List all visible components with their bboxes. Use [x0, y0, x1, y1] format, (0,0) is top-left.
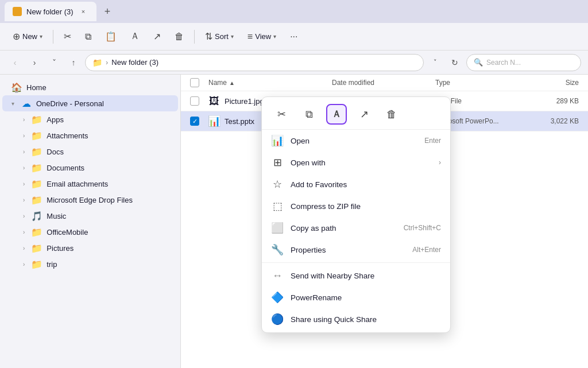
pictures-folder-icon: 📁: [32, 243, 42, 253]
back-button[interactable]: ‹: [7, 55, 23, 71]
sidebar-item-docs[interactable]: › 📁 Docs: [2, 144, 178, 160]
copy-icon: ⧉: [85, 32, 91, 42]
file-name: Test.pptx: [225, 117, 254, 126]
address-box[interactable]: 📁 › New folder (3): [85, 54, 424, 71]
search-box[interactable]: 🔍 Search N...: [466, 54, 581, 71]
ctx-nearby-share-label: Send with Nearby Share: [291, 272, 441, 280]
copy-button[interactable]: ⧉: [79, 28, 97, 45]
up-button[interactable]: ↑: [65, 55, 82, 71]
search-placeholder: Search N...: [486, 59, 521, 67]
file-checkbox[interactable]: [190, 96, 199, 106]
sidebar-item-officemobile[interactable]: › 📁 OfficeMobile: [2, 224, 178, 240]
view-label: View: [255, 32, 271, 41]
home-icon: 🏠: [11, 82, 22, 92]
ctx-compress-item[interactable]: ⬚ Compress to ZIP file: [262, 195, 450, 217]
more-button[interactable]: ···: [284, 28, 303, 45]
new-chevron-icon: ▾: [40, 33, 42, 40]
ctx-open-item[interactable]: 📊 Open Enter: [262, 130, 450, 152]
share-button[interactable]: ↗: [148, 28, 167, 45]
main-area: 🏠 Home ▾ ☁ OneDrive - Personal › 📁 Apps …: [0, 75, 588, 368]
ctx-copy-path-item[interactable]: ⬜ Copy as path Ctrl+Shift+C: [262, 217, 450, 239]
file-checkbox-col: [190, 96, 208, 106]
sidebar-item-edge-drop[interactable]: › 📁 Microsoft Edge Drop Files: [2, 192, 178, 208]
sidebar-item-pictures[interactable]: › 📁 Pictures: [2, 240, 178, 256]
trip-folder-icon: 📁: [32, 259, 42, 269]
ctx-open-shortcut: Enter: [424, 137, 441, 145]
email-attachments-chevron-icon: ›: [23, 181, 25, 187]
toolbar: ⊕ New ▾ ✂ ⧉ 📋 Ａ ↗ 🗑 ⇅ Sort ▾ ≡ View ▾ ··…: [0, 23, 588, 51]
ctx-power-rename-icon: 🔷: [271, 291, 284, 304]
sidebar-item-onedrive[interactable]: ▾ ☁ OneDrive - Personal: [2, 95, 178, 111]
officemobile-chevron-icon: ›: [23, 229, 25, 235]
sidebar-home-label: Home: [26, 83, 47, 92]
ctx-copy-path-label: Copy as path: [291, 224, 397, 233]
ctx-rename-button[interactable]: Ａ: [326, 104, 347, 125]
ctx-quick-share-item[interactable]: 🔵 Share using Quick Share: [262, 308, 450, 330]
apps-chevron-icon: ›: [23, 117, 25, 123]
rename-button[interactable]: Ａ: [125, 27, 145, 46]
file-list-header: Name ▲ Date modified Type Size: [181, 75, 588, 91]
sidebar-item-music[interactable]: › 🎵 Music: [2, 208, 178, 224]
edge-drop-chevron-icon: ›: [23, 197, 25, 203]
paste-button[interactable]: 📋: [99, 28, 122, 45]
docs-folder-icon: 📁: [32, 146, 42, 157]
sidebar-item-attachments[interactable]: › 📁 Attachments: [2, 127, 178, 144]
sidebar-docs-label: Docs: [47, 148, 64, 156]
ctx-open-with-arrow-icon: ›: [439, 158, 441, 166]
cut-button[interactable]: ✂: [58, 28, 77, 45]
tab-close-button[interactable]: ×: [78, 6, 88, 17]
music-chevron-icon: ›: [23, 213, 25, 219]
header-date-col[interactable]: Date modified: [332, 79, 435, 87]
ctx-copy-path-icon: ⬜: [271, 222, 284, 234]
new-tab-button[interactable]: +: [99, 3, 116, 20]
file-size-col: 3,022 KB: [527, 117, 579, 125]
sort-button[interactable]: ⇅ Sort ▾: [199, 28, 239, 45]
ctx-quick-share-label: Share using Quick Share: [291, 315, 441, 324]
ctx-open-with-item[interactable]: ⊞ Open with ›: [262, 152, 450, 173]
dropdown-recent-button[interactable]: ˅: [46, 55, 62, 71]
sidebar-item-apps[interactable]: › 📁 Apps: [2, 111, 178, 127]
header-name-col[interactable]: Name ▲: [208, 79, 332, 87]
refresh-button[interactable]: ↻: [447, 55, 463, 71]
file-checkbox[interactable]: [190, 117, 199, 126]
ctx-power-rename-label: PowerRename: [291, 293, 441, 302]
address-dropdown-button[interactable]: ˅: [427, 55, 443, 71]
active-tab[interactable]: New folder (3) ×: [5, 2, 96, 21]
ctx-nearby-share-item[interactable]: ↔ Send with Nearby Share: [262, 265, 450, 286]
ctx-share-button[interactable]: ↗: [354, 104, 374, 125]
sort-chevron-icon: ▾: [231, 33, 234, 40]
ctx-copy-button[interactable]: ⧉: [299, 104, 319, 125]
col-size-label: Size: [566, 79, 579, 87]
ctx-cut-button[interactable]: ✂: [271, 104, 292, 125]
view-button[interactable]: ≡ View ▾: [242, 28, 282, 45]
ctx-compress-icon: ⬚: [271, 200, 284, 212]
sidebar-edge-drop-label: Microsoft Edge Drop Files: [47, 196, 133, 204]
delete-button[interactable]: 🗑: [169, 28, 189, 45]
new-button[interactable]: ⊕ New ▾: [7, 28, 48, 45]
header-type-col[interactable]: Type: [435, 79, 527, 87]
ctx-add-favorites-item[interactable]: ☆ Add to Favorites: [262, 173, 450, 195]
col-type-label: Type: [435, 79, 450, 87]
pictures-chevron-icon: ›: [23, 245, 25, 251]
sidebar-item-home[interactable]: 🏠 Home: [2, 79, 178, 95]
cut-icon: ✂: [64, 31, 71, 42]
ctx-delete-button[interactable]: 🗑: [381, 104, 402, 125]
tab-bar: New folder (3) × +: [0, 0, 588, 23]
select-all-checkbox[interactable]: [190, 78, 199, 87]
header-size-col[interactable]: Size: [527, 79, 579, 87]
sidebar-item-email-attachments[interactable]: › 📁 Email attachments: [2, 176, 178, 192]
delete-icon: 🗑: [175, 32, 184, 42]
trip-chevron-icon: ›: [23, 261, 25, 268]
forward-button[interactable]: ›: [26, 55, 42, 71]
share-icon: ↗: [153, 31, 161, 42]
new-label: New: [22, 32, 37, 41]
sidebar-item-trip[interactable]: › 📁 trip: [2, 256, 178, 272]
ctx-separator: [262, 262, 450, 263]
sidebar-item-documents[interactable]: › 📁 Documents: [2, 160, 178, 176]
ctx-power-rename-item[interactable]: 🔷 PowerRename: [262, 286, 450, 308]
toolbar-sep-2: [194, 30, 195, 44]
edge-drop-folder-icon: 📁: [32, 195, 42, 205]
ctx-properties-item[interactable]: 🔧 Properties Alt+Enter: [262, 239, 450, 261]
documents-folder-icon: 📁: [32, 162, 42, 173]
sidebar-email-attachments-label: Email attachments: [47, 180, 108, 188]
